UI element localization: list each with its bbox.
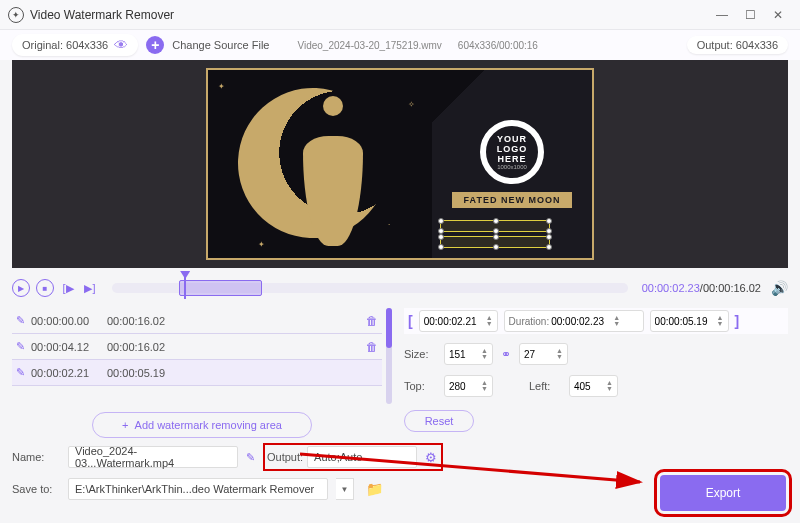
- spinner-icon[interactable]: ▲▼: [481, 348, 488, 360]
- spinner-icon[interactable]: ▲▼: [613, 315, 620, 327]
- link-aspect-icon[interactable]: ⚭: [501, 347, 511, 361]
- add-watermark-area-button[interactable]: + Add watermark removing area: [92, 412, 312, 438]
- time-total: 00:00:16.02: [703, 282, 761, 294]
- source-file-meta: 604x336/00:00:16: [458, 40, 538, 51]
- width-field[interactable]: [449, 349, 479, 360]
- area-start-time[interactable]: 00:00:00.00: [31, 315, 101, 327]
- height-field[interactable]: [524, 349, 554, 360]
- scrollbar-thumb[interactable]: [386, 308, 392, 348]
- logo-line1: YOUR: [497, 134, 527, 144]
- output-label: Output:: [267, 451, 303, 463]
- watermark-area-row[interactable]: ✎ 00:00:04.12 00:00:16.02 🗑: [12, 334, 382, 360]
- output-settings-group: Output: Auto;Auto ⚙: [263, 443, 443, 471]
- change-source-plus-icon[interactable]: +: [146, 36, 164, 54]
- spinner-icon[interactable]: ▲▼: [486, 315, 493, 327]
- output-size-chip: Output: 604x336: [687, 36, 788, 54]
- output-name-field[interactable]: Video_2024-03...Watermark.mp4: [68, 446, 238, 468]
- range-end-input[interactable]: ▲▼: [650, 310, 729, 332]
- save-path-field[interactable]: E:\ArkThinker\ArkThin...deo Watermark Re…: [68, 478, 328, 500]
- spinner-icon[interactable]: ▲▼: [717, 315, 724, 327]
- video-canvas[interactable]: ✦ ✧ ✦ · YOUR LOGO HERE 1000x1000 FATED N…: [206, 68, 594, 260]
- volume-icon[interactable]: 🔊: [771, 280, 788, 296]
- app-title: Video Watermark Remover: [30, 8, 708, 22]
- edit-name-icon[interactable]: ✎: [246, 451, 255, 464]
- logo-line3: HERE: [497, 154, 526, 164]
- eyedropper-icon[interactable]: ✎: [16, 340, 25, 353]
- spinner-icon[interactable]: ▲▼: [606, 380, 613, 392]
- preview-banner-text: FATED NEW MOON: [452, 192, 573, 208]
- range-duration-input[interactable]: Duration: ▲▼: [504, 310, 644, 332]
- left-label: Left:: [529, 380, 561, 392]
- area-start-time[interactable]: 00:00:02.21: [31, 367, 101, 379]
- time-display: 00:00:02.23/00:00:16.02: [642, 282, 761, 294]
- play-button[interactable]: ▶: [12, 279, 30, 297]
- duration-label: Duration:: [509, 316, 550, 327]
- range-start-field[interactable]: [424, 316, 484, 327]
- delete-area-icon[interactable]: 🗑: [366, 314, 378, 328]
- watermark-logo-placeholder: YOUR LOGO HERE 1000x1000: [480, 120, 544, 184]
- export-label: Export: [706, 486, 741, 500]
- top-label: Top:: [404, 380, 436, 392]
- size-label: Size:: [404, 348, 436, 360]
- left-field[interactable]: [574, 381, 604, 392]
- set-start-bracket-button[interactable]: [: [408, 313, 413, 329]
- spinner-icon[interactable]: ▲▼: [556, 348, 563, 360]
- open-folder-icon[interactable]: 📁: [366, 481, 383, 497]
- timeline-selection[interactable]: [179, 280, 262, 296]
- eyedropper-icon[interactable]: ✎: [16, 366, 25, 379]
- video-preview-area[interactable]: ✦ ✧ ✦ · YOUR LOGO HERE 1000x1000 FATED N…: [12, 60, 788, 268]
- output-size-label: Output: 604x336: [697, 39, 778, 51]
- next-frame-button[interactable]: ▶]: [82, 280, 98, 296]
- area-start-time[interactable]: 00:00:04.12: [31, 341, 101, 353]
- spinner-icon[interactable]: ▲▼: [481, 380, 488, 392]
- star-icon: ✦: [258, 240, 265, 249]
- watermark-area-row[interactable]: ✎ 00:00:00.00 00:00:16.02 🗑: [12, 308, 382, 334]
- set-end-bracket-button[interactable]: ]: [735, 313, 740, 329]
- output-format-field[interactable]: Auto;Auto: [307, 446, 417, 468]
- save-path-dropdown-icon[interactable]: ▼: [336, 478, 354, 500]
- eyedropper-icon[interactable]: ✎: [16, 314, 25, 327]
- timeline-track[interactable]: [112, 283, 628, 293]
- save-to-label: Save to:: [12, 483, 60, 495]
- star-icon: ·: [388, 220, 390, 229]
- change-source-label[interactable]: Change Source File: [172, 39, 269, 51]
- watermark-selection-box[interactable]: [440, 220, 550, 232]
- preview-eye-icon[interactable]: 👁: [114, 37, 128, 53]
- prev-frame-button[interactable]: [▶: [60, 280, 76, 296]
- source-file-name: Video_2024-03-20_175219.wmv: [297, 40, 441, 51]
- minimize-button[interactable]: —: [708, 5, 736, 25]
- logo-line2: LOGO: [497, 144, 528, 154]
- delete-area-icon[interactable]: 🗑: [366, 340, 378, 354]
- top-input[interactable]: ▲▼: [444, 375, 493, 397]
- app-logo-icon: ✦: [8, 7, 24, 23]
- area-end-time[interactable]: 00:00:16.02: [107, 341, 177, 353]
- width-input[interactable]: ▲▼: [444, 343, 493, 365]
- plus-icon: +: [122, 419, 128, 431]
- area-end-time[interactable]: 00:00:05.19: [107, 367, 177, 379]
- add-area-label: Add watermark removing area: [135, 419, 282, 431]
- export-button[interactable]: Export: [660, 475, 786, 511]
- logo-size: 1000x1000: [497, 164, 527, 170]
- star-icon: ✦: [218, 82, 225, 91]
- playhead[interactable]: [184, 277, 186, 299]
- output-settings-gear-icon[interactable]: ⚙: [425, 450, 437, 465]
- watermark-area-row[interactable]: ✎ 00:00:02.21 00:00:05.19 🗑: [12, 360, 382, 386]
- preview-figure-graphic: [293, 96, 373, 246]
- range-duration-field[interactable]: [551, 316, 611, 327]
- close-button[interactable]: ✕: [764, 5, 792, 25]
- left-input[interactable]: ▲▼: [569, 375, 618, 397]
- stop-button[interactable]: ■: [36, 279, 54, 297]
- range-start-input[interactable]: ▲▼: [419, 310, 498, 332]
- watermark-selection-box[interactable]: [440, 236, 550, 248]
- reset-button[interactable]: Reset: [404, 410, 474, 432]
- area-list-scrollbar[interactable]: [386, 308, 392, 404]
- range-end-field[interactable]: [655, 316, 715, 327]
- original-size-chip: Original: 604x336 👁: [12, 34, 138, 56]
- time-current: 00:00:02.23: [642, 282, 700, 294]
- height-input[interactable]: ▲▼: [519, 343, 568, 365]
- original-size-label: Original: 604x336: [22, 39, 108, 51]
- area-end-time[interactable]: 00:00:16.02: [107, 315, 177, 327]
- star-icon: ✧: [408, 100, 415, 109]
- top-field[interactable]: [449, 381, 479, 392]
- maximize-button[interactable]: ☐: [736, 5, 764, 25]
